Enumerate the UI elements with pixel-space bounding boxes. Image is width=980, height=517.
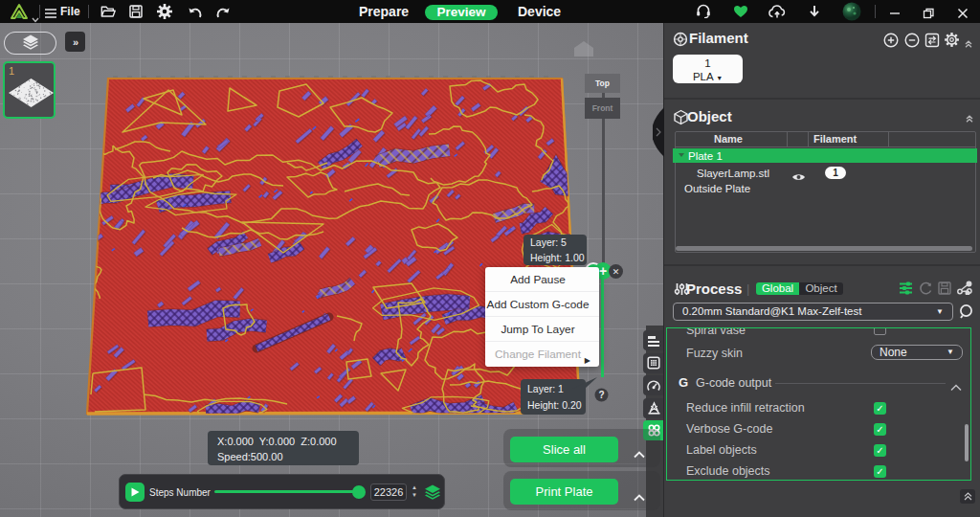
svg-text:?: ? [598, 390, 604, 400]
